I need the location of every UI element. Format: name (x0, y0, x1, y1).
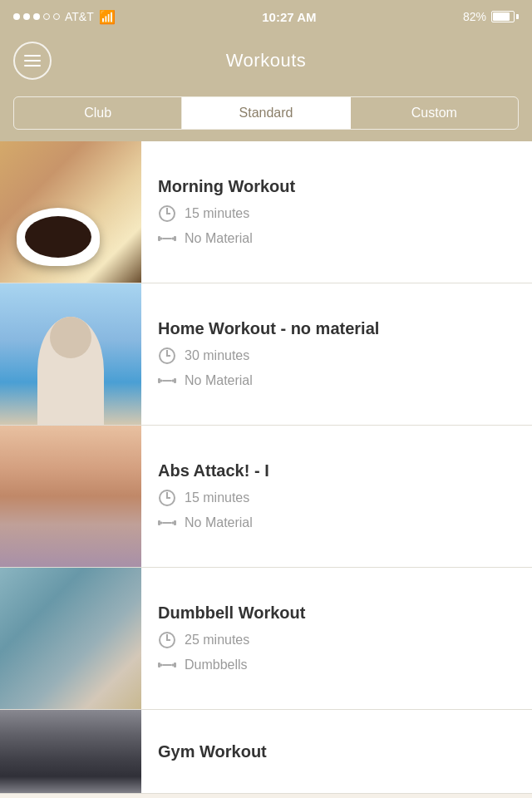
material-text-morning: No Material (185, 231, 253, 246)
workout-thumb-gym (0, 710, 141, 793)
workout-meta-dumbbell: 25 minutes (158, 631, 515, 674)
clock-icon-morning (158, 204, 176, 223)
workout-meta-morning: 15 minutes (158, 204, 515, 248)
workout-item-morning[interactable]: Morning Workout 15 minutes (0, 141, 532, 283)
clock-icon-home (158, 347, 176, 365)
dot-5 (53, 13, 60, 20)
workout-item-gym[interactable]: Gym Workout (0, 710, 532, 794)
clock-icon-dumbbell (158, 631, 176, 649)
dumbbell-icon-morning (158, 229, 176, 248)
svg-rect-18 (172, 664, 174, 667)
status-bar: AT&T 📶 10:27 AM 82% (0, 0, 532, 33)
clock-shape (159, 205, 175, 222)
svg-rect-3 (172, 238, 174, 240)
svg-rect-8 (172, 380, 174, 382)
workout-thumb-dumbbell (0, 568, 141, 709)
carrier-label: AT&T (65, 10, 94, 23)
material-row-dumbbell: Dumbbells (158, 656, 515, 674)
material-text-home: No Material (185, 373, 253, 388)
duration-row-dumbbell: 25 minutes (158, 631, 515, 649)
workout-item-home[interactable]: Home Workout - no material 30 minutes (0, 283, 532, 426)
duration-text-abs: 15 minutes (185, 490, 249, 505)
svg-rect-5 (158, 378, 160, 383)
workout-title-morning: Morning Workout (158, 176, 515, 196)
workout-thumb-abs (0, 426, 141, 567)
hamburger-line-2 (24, 60, 41, 62)
header-title: Workouts (226, 50, 307, 71)
wifi-icon: 📶 (99, 9, 116, 25)
workout-thumb-home (0, 283, 141, 425)
duration-text-home: 30 minutes (185, 348, 249, 363)
material-text-abs: No Material (185, 515, 253, 530)
clock-shape-dumbbell (159, 632, 175, 648)
tab-container: Club Standard Custom (13, 96, 519, 130)
dumbbell-svg-abs (158, 517, 176, 529)
hamburger-line-3 (24, 65, 41, 66)
svg-rect-0 (158, 236, 160, 241)
workout-title-gym: Gym Workout (158, 741, 515, 761)
dot-1 (13, 13, 20, 20)
workout-title-home: Home Workout - no material (158, 318, 515, 338)
svg-rect-9 (174, 378, 176, 383)
svg-rect-14 (174, 520, 176, 525)
workout-info-abs: Abs Attack! - I 15 minutes (141, 426, 532, 567)
clock-shape-abs (159, 490, 175, 506)
workout-info-morning: Morning Workout 15 minutes (141, 141, 532, 283)
svg-rect-7 (162, 380, 172, 382)
svg-rect-15 (158, 663, 160, 667)
status-left: AT&T 📶 (13, 9, 116, 25)
tab-club[interactable]: Club (14, 97, 182, 129)
dot-4 (43, 13, 50, 20)
workout-meta-home: 30 minutes (158, 347, 515, 390)
tab-bar: Club Standard Custom (0, 88, 532, 141)
duration-row-abs: 15 minutes (158, 489, 515, 507)
header: Workouts (0, 33, 532, 88)
hamburger-line-1 (24, 55, 41, 57)
workout-list: Morning Workout 15 minutes (0, 141, 532, 794)
hamburger-icon (24, 55, 41, 66)
battery-tip (516, 14, 519, 19)
workout-item-dumbbell[interactable]: Dumbbell Workout 25 minutes (0, 568, 532, 710)
workout-item-abs[interactable]: Abs Attack! - I 15 minutes (0, 426, 532, 568)
workout-info-home: Home Workout - no material 30 minutes (141, 283, 532, 425)
svg-rect-13 (172, 522, 174, 525)
workout-info-gym: Gym Workout (141, 710, 532, 793)
dumbbell-svg-home (158, 375, 176, 387)
menu-button[interactable] (13, 42, 52, 80)
dot-3 (33, 13, 40, 20)
workout-meta-abs: 15 minutes (158, 489, 515, 532)
duration-text-morning: 15 minutes (185, 206, 249, 221)
duration-row-home: 30 minutes (158, 347, 515, 365)
workout-info-dumbbell: Dumbbell Workout 25 minutes (141, 568, 532, 709)
clock-shape-home (159, 347, 175, 364)
material-row-home: No Material (158, 372, 515, 390)
svg-rect-11 (160, 522, 162, 525)
battery-percent: 82% (463, 10, 486, 23)
svg-rect-17 (162, 664, 172, 666)
battery-body (491, 11, 515, 22)
svg-rect-4 (174, 236, 176, 241)
dumbbell-svg-dumbbell (158, 659, 176, 671)
material-row-abs: No Material (158, 514, 515, 532)
tab-standard[interactable]: Standard (182, 97, 350, 129)
battery-fill (493, 12, 510, 21)
svg-rect-12 (162, 522, 172, 524)
tab-custom[interactable]: Custom (351, 97, 518, 129)
material-row-morning: No Material (158, 229, 515, 248)
dot-2 (23, 13, 30, 20)
svg-rect-16 (160, 664, 162, 667)
dumbbell-icon-home (158, 372, 176, 390)
clock: 10:27 AM (262, 10, 316, 24)
duration-row-morning: 15 minutes (158, 204, 515, 223)
workout-title-abs: Abs Attack! - I (158, 461, 515, 480)
svg-rect-19 (174, 663, 176, 667)
signal-dots (13, 13, 60, 20)
dumbbell-svg (158, 233, 176, 244)
dumbbell-icon-abs (158, 514, 176, 532)
status-right: 82% (463, 10, 519, 23)
svg-rect-2 (162, 238, 172, 239)
svg-rect-10 (158, 520, 160, 525)
workout-thumb-morning (0, 141, 141, 283)
battery-indicator (491, 11, 519, 22)
workout-title-dumbbell: Dumbbell Workout (158, 603, 515, 623)
